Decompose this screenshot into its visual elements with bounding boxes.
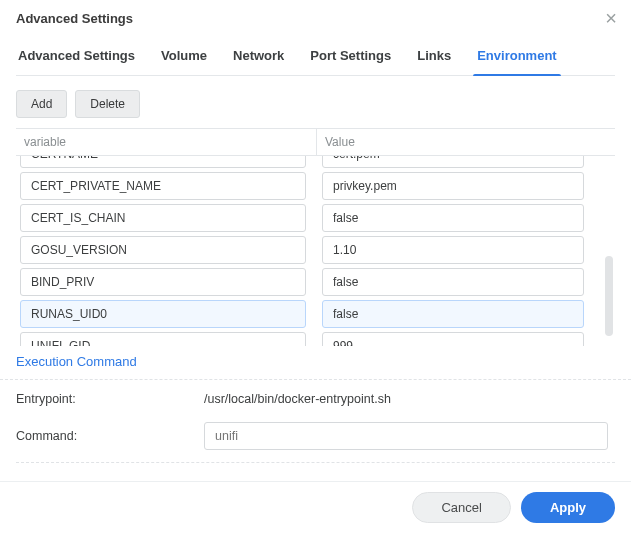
advanced-settings-dialog: Advanced Settings × Advanced SettingsVol… <box>0 0 631 539</box>
add-button[interactable]: Add <box>16 90 67 118</box>
entrypoint-row: Entrypoint: /usr/local/bin/docker-entryp… <box>0 384 631 414</box>
env-value-input[interactable] <box>322 204 584 232</box>
env-value-input[interactable] <box>322 236 584 264</box>
env-value-input[interactable] <box>322 156 584 168</box>
table-row[interactable] <box>16 234 615 266</box>
entrypoint-label: Entrypoint: <box>16 392 204 406</box>
dialog-title: Advanced Settings <box>16 11 133 26</box>
table-row[interactable] <box>16 266 615 298</box>
table-row[interactable] <box>16 202 615 234</box>
titlebar: Advanced Settings × <box>0 0 631 38</box>
command-label: Command: <box>16 429 204 443</box>
env-variable-input[interactable] <box>20 204 306 232</box>
execution-command-header: Execution Command <box>0 346 631 380</box>
tab-port-settings[interactable]: Port Settings <box>308 38 393 75</box>
command-input[interactable] <box>204 422 608 450</box>
env-toolbar: Add Delete <box>0 76 631 128</box>
tab-environment[interactable]: Environment <box>475 38 558 75</box>
env-table: variable Value <box>0 128 631 346</box>
env-table-header: variable Value <box>16 128 615 156</box>
env-variable-input[interactable] <box>20 172 306 200</box>
close-icon[interactable]: × <box>605 10 617 26</box>
delete-button[interactable]: Delete <box>75 90 140 118</box>
table-row[interactable] <box>16 156 615 170</box>
table-row[interactable] <box>16 170 615 202</box>
env-variable-input[interactable] <box>20 268 306 296</box>
column-header-value[interactable]: Value <box>316 129 615 155</box>
column-header-variable[interactable]: variable <box>16 129 316 155</box>
command-row: Command: <box>0 414 631 458</box>
tab-network[interactable]: Network <box>231 38 286 75</box>
tab-advanced-settings[interactable]: Advanced Settings <box>16 38 137 75</box>
dialog-footer: Cancel Apply <box>0 481 631 539</box>
tabs: Advanced SettingsVolumeNetworkPort Setti… <box>16 38 615 76</box>
env-variable-input[interactable] <box>20 156 306 168</box>
env-value-input[interactable] <box>322 268 584 296</box>
tab-links[interactable]: Links <box>415 38 453 75</box>
env-value-input[interactable] <box>322 332 584 346</box>
tab-volume[interactable]: Volume <box>159 38 209 75</box>
env-variable-input[interactable] <box>20 300 306 328</box>
cancel-button[interactable]: Cancel <box>412 492 510 523</box>
env-value-input[interactable] <box>322 172 584 200</box>
entrypoint-value: /usr/local/bin/docker-entrypoint.sh <box>204 392 391 406</box>
table-row[interactable] <box>16 298 615 330</box>
env-variable-input[interactable] <box>20 236 306 264</box>
env-variable-input[interactable] <box>20 332 306 346</box>
env-value-input[interactable] <box>322 300 584 328</box>
table-row[interactable] <box>16 330 615 346</box>
apply-button[interactable]: Apply <box>521 492 615 523</box>
separator <box>16 462 615 463</box>
scrollbar[interactable] <box>605 256 613 336</box>
